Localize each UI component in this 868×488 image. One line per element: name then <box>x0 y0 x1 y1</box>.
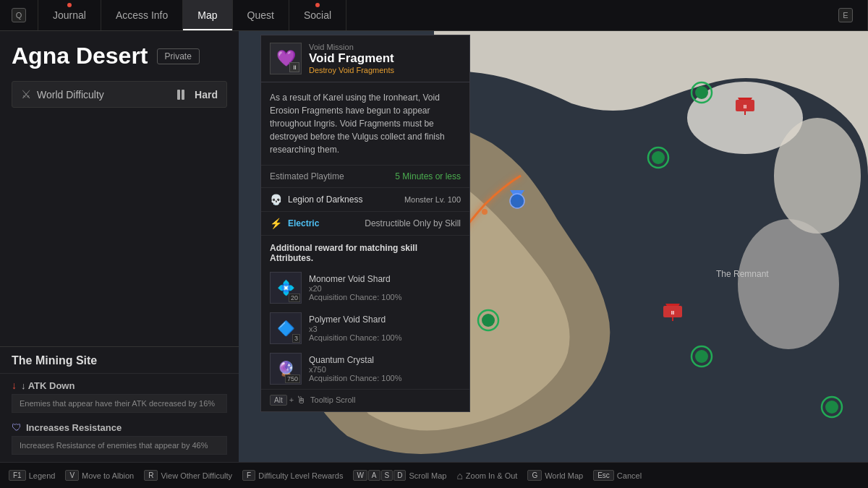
reward-name-1: Polymer Void Shard <box>309 314 461 325</box>
journal-label: Journal <box>53 9 86 21</box>
location-name: The Mining Site <box>0 347 239 374</box>
nav-journal[interactable]: Journal <box>38 0 101 30</box>
v-key: V <box>65 470 79 481</box>
enemy-level: Monster Lv. 100 <box>404 195 461 204</box>
mission-popup: 💜 ⏸ Void Mission Void Fragment Destroy V… <box>260 35 470 412</box>
social-dot <box>315 3 320 7</box>
nav-q-key[interactable]: Q <box>0 0 38 30</box>
main-content: Agna Desert Private ⚔ World Difficulty H… <box>0 31 868 462</box>
bottom-scroll: W A S D Scroll Map <box>353 470 446 481</box>
mission-sub: Destroy Void Fragments <box>309 66 461 74</box>
a-key: A <box>368 470 380 481</box>
resistance-label: Increases Resistance <box>26 422 122 433</box>
svg-text:II: II <box>744 103 746 110</box>
reward-badge-2: 750 <box>285 374 300 383</box>
svg-text:The Remnant: The Remnant <box>716 269 769 279</box>
wasd-keys: W A S D <box>353 470 406 481</box>
enemy-name: Legion of Darkness <box>288 194 399 205</box>
effect-1: ↓ ↓ ATK Down Enemies that appear have th… <box>0 374 239 416</box>
svg-point-24 <box>825 401 838 414</box>
resistance-desc: Increases Resistance of enemies that app… <box>12 436 227 455</box>
f-key: F <box>242 470 255 481</box>
resistance-icon: 🛡 <box>12 421 22 433</box>
reward-name-2: Quantum Crystal <box>309 355 461 365</box>
difficulty-bars <box>177 90 184 100</box>
diff-bar-2 <box>182 90 184 100</box>
nav-e-key[interactable]: E <box>824 0 868 30</box>
tooltip-row: Alt + 🖱 Tooltip Scroll <box>261 389 469 411</box>
bottom-zoom: ⌂ Zoom In & Out <box>456 470 517 481</box>
playtime-label: Estimated Playtime <box>270 171 344 181</box>
element-desc: Destructible Only by Skill <box>325 218 461 228</box>
world-difficulty-bar: ⚔ World Difficulty Hard <box>12 81 227 108</box>
cancel-label: Cancel <box>617 471 642 480</box>
playtime-value: 5 Minutes or less <box>395 171 461 181</box>
popup-header: 💜 ⏸ Void Mission Void Fragment Destroy V… <box>261 35 469 82</box>
popup-description: As a result of Karel using the Ironheart… <box>261 82 469 165</box>
svg-point-7 <box>482 209 488 215</box>
bottom-bar: F1 Legend V Move to Albion R View Other … <box>0 462 868 488</box>
scroll-map-label: Scroll Map <box>409 471 446 480</box>
scroll-icon: 🖱 <box>296 394 306 406</box>
bottom-cancel: Esc Cancel <box>593 470 642 481</box>
q-key-badge: Q <box>12 8 26 22</box>
nav-quest[interactable]: Quest <box>233 0 289 30</box>
element-name: Electric <box>288 218 319 228</box>
svg-point-3 <box>738 219 839 349</box>
enemy-row: 💀 Legion of Darkness Monster Lv. 100 <box>261 187 469 211</box>
nav-social[interactable]: Social <box>289 0 346 30</box>
alt-key: Alt <box>270 395 287 406</box>
reward-name-0: Monomer Void Shard <box>309 274 461 284</box>
reward-item-1: 🔷 3 Polymer Void Shard x3 Acquisition Ch… <box>261 308 469 348</box>
svg-point-13 <box>695 350 708 363</box>
world-diff-icon: ⚔ <box>21 87 31 101</box>
enemy-icon: 💀 <box>270 194 282 205</box>
reward-icon-2: 🔮 750 <box>270 353 302 385</box>
access-info-label: Access Info <box>116 9 168 21</box>
world-diff-label: World Difficulty <box>37 89 171 100</box>
w-key: W <box>353 470 367 481</box>
electric-icon: ⚡ <box>270 218 282 229</box>
bottom-world-map: G World Map <box>527 470 583 481</box>
mission-icon: 💜 ⏸ <box>270 43 302 74</box>
access-badge: Private <box>157 48 200 64</box>
rewards-header: Additional reward for matching skill Att… <box>261 235 469 267</box>
legend-label: Legend <box>29 471 56 480</box>
reward-icon-1: 🔷 3 <box>270 312 302 344</box>
e-key-badge: E <box>838 8 853 22</box>
playtime-row: Estimated Playtime 5 Minutes or less <box>261 165 469 187</box>
zoom-label: Zoom In & Out <box>466 471 518 480</box>
reward-chance-2: Acquisition Chance: 100% <box>309 374 461 382</box>
mission-type: Void Mission <box>309 43 461 51</box>
reward-badge-1: 3 <box>292 334 300 343</box>
world-map-label: World Map <box>545 471 583 480</box>
reward-info-1: Polymer Void Shard x3 Acquisition Chance… <box>309 314 461 342</box>
nav-map[interactable]: Map <box>183 0 232 30</box>
tooltip-key-combo: Alt + 🖱 <box>270 394 306 406</box>
element-row: ⚡ Electric Destructible Only by Skill <box>261 211 469 235</box>
tooltip-label: Tooltip Scroll <box>310 395 355 404</box>
reward-chance-1: Acquisition Chance: 100% <box>309 333 461 342</box>
map-area[interactable]: II II The Remnant 💜 ⏸ <box>239 31 868 462</box>
journal-dot <box>67 3 72 7</box>
left-panel: Agna Desert Private ⚔ World Difficulty H… <box>0 31 239 462</box>
top-navigation: Q Journal Access Info Map Quest Social E <box>0 0 868 31</box>
atk-down-desc: Enemies that appear have their ATK decre… <box>12 394 227 413</box>
effect-2-header: 🛡 Increases Resistance <box>0 416 239 436</box>
svg-point-2 <box>774 118 861 234</box>
atk-down-icon: ↓ <box>12 380 17 391</box>
reward-qty-2: x750 <box>309 365 461 374</box>
zoom-icon: ⌂ <box>456 470 462 481</box>
svg-point-9 <box>695 86 708 99</box>
svg-point-26 <box>510 194 524 208</box>
region-name: Agna Desert <box>12 43 148 69</box>
bottom-legend: F1 Legend <box>9 470 55 481</box>
reward-badge-0: 20 <box>289 294 300 302</box>
svg-point-28 <box>482 314 495 327</box>
atk-down-label: ↓ ATK Down <box>21 380 75 391</box>
rewards-label: Difficulty Level Rewards <box>258 471 343 480</box>
svg-text:II: II <box>671 309 674 316</box>
nav-access-info[interactable]: Access Info <box>101 0 183 30</box>
reward-chance-0: Acquisition Chance: 100% <box>309 293 461 301</box>
reward-qty-0: x20 <box>309 284 461 293</box>
